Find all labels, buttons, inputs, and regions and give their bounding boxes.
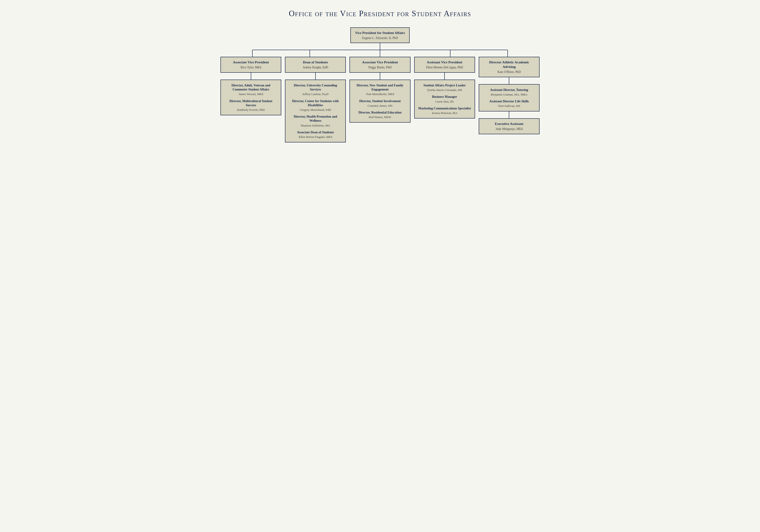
col1-entry2-title: Director, Multicultural Student Success — [224, 99, 277, 107]
col5-level3-title: Executive Assistant — [483, 121, 536, 126]
column-5: Director Athletic Academic Advising Kate… — [479, 57, 540, 142]
col4-level1-box: Assistant Vice President Ellen Meents-De… — [414, 57, 475, 73]
columns-row: Associate Vice President Rico Tyler, MEd… — [220, 57, 540, 142]
col5-v-connector2 — [509, 112, 509, 118]
top-level: Vice President for Student Affairs Eugen… — [220, 27, 540, 43]
col4-entry-1: Student Affairs Project Leader Tyneka Ha… — [418, 83, 471, 92]
col2-entry3-title: Director, Health Promotion and Wellness — [289, 115, 342, 123]
vp-box: Vice President for Student Affairs Eugen… — [350, 27, 410, 43]
col2-v-connector — [315, 73, 316, 79]
column-3: Associate Vice President Peggy Burke, Ph… — [350, 57, 410, 142]
col1-entry1-title: Director, Adult, Veteran and Commuter St… — [224, 83, 277, 92]
col2-level1-box: Dean of Students Ashley Knight, EdD — [285, 57, 346, 73]
col1-entry-1: Director, Adult, Veteran and Commuter St… — [224, 83, 277, 96]
col1-entry-2: Director, Multicultural Student Success … — [224, 99, 277, 112]
col4-level1-name: Ellen Meents-DeCaigny, PhD — [418, 66, 471, 70]
col2-entry4-name: Ellen Herion Fingado, MEd — [289, 135, 342, 139]
col2-entry-2: Director, Center for Students with Disab… — [289, 99, 342, 112]
col4-entry1-name: Tyneka Harris Coronado, MS — [418, 88, 471, 92]
col4-entry2-name: Carrie Don, BS — [418, 100, 471, 104]
col3-level2-box: Director, New Student and Family Engagem… — [350, 79, 410, 122]
col2-level1-name: Ashley Knight, EdD — [289, 66, 342, 70]
column-1: Associate Vice President Rico Tyler, MEd… — [220, 57, 281, 142]
col4-entry1-title: Student Affairs Project Leader — [418, 83, 471, 87]
col5-entry2-title: Assistant Director Life Skills — [483, 99, 536, 103]
col2-entry1-title: Director, University Counseling Services — [289, 83, 342, 92]
col3-entry2-name: Courntey James, MS — [354, 104, 406, 108]
col5-entry-2: Assistant Director Life Skills Terri Sul… — [483, 99, 536, 108]
col1-level1-title: Associate Vice President — [224, 60, 277, 65]
col3-entry1-title: Director, New Student and Family Engagem… — [354, 83, 406, 92]
col5-level1-title: Director Athletic Academic Advising — [483, 60, 536, 69]
col2-entry-3: Director, Health Promotion and Wellness … — [289, 115, 342, 127]
col4-entry2-title: Business Manager — [418, 95, 471, 99]
col3-entry1-name: Tom Menchhofer, MEd — [354, 92, 406, 96]
col4-entry-2: Business Manager Carrie Don, BS — [418, 95, 471, 103]
col5-entry-1: Assistant Director, Tutoring Benjamin Gu… — [483, 88, 536, 96]
column-4: Assistant Vice President Ellen Meents-De… — [414, 57, 475, 142]
col5-level1-name: Kate O'Brien, PhD — [483, 70, 536, 74]
connector-svg — [220, 43, 540, 57]
col2-entry4-title: Associate Dean of Students — [289, 130, 342, 134]
col5-entry2-name: Terri Sullivan, MS — [483, 104, 536, 108]
col1-entry2-name: Kimberly Everett, PhD — [224, 108, 277, 112]
col3-entry2-title: Director, Student Involvement — [354, 99, 406, 103]
col5-level3-name: Judy Melgarejo, MEd — [483, 127, 536, 131]
col3-entry3-title: Director, Residential Education — [354, 110, 406, 115]
col3-entry-2: Director, Student Involvement Courntey J… — [354, 99, 406, 108]
col1-level1-box: Associate Vice President Rico Tyler, MEd — [220, 57, 281, 73]
col3-level1-box: Associate Vice President Peggy Burke, Ph… — [350, 57, 410, 73]
org-chart: Office of the Vice President for Student… — [220, 9, 540, 142]
col5-entry1-title: Assistant Director, Tutoring — [483, 88, 536, 92]
col1-v-connector — [251, 73, 251, 79]
col1-level1-name: Rico Tyler, MEd — [224, 66, 277, 70]
col2-entry2-name: Gregory Moorehead, EdD — [289, 108, 342, 112]
col2-entry2-title: Director, Center for Students with Disab… — [289, 99, 342, 107]
col3-level1-title: Associate Vice President — [354, 60, 406, 65]
col2-level2-box: Director, University Counseling Services… — [285, 79, 346, 142]
page-title: Office of the Vice President for Student… — [220, 9, 540, 18]
column-2: Dean of Students Ashley Knight, EdD Dire… — [285, 57, 346, 142]
col3-entry-1: Director, New Student and Family Engagem… — [354, 83, 406, 96]
col3-level1-name: Peggy Burke, PhD — [354, 66, 406, 70]
col4-level1-title: Assistant Vice President — [418, 60, 471, 65]
col2-entry-4: Associate Dean of Students Ellen Herion … — [289, 130, 342, 139]
col5-v-connector — [509, 77, 509, 84]
vp-title: Vice President for Student Affairs — [355, 30, 405, 35]
col4-entry3-name: Jessica Peterson, MA — [418, 111, 471, 115]
col5-level2-box: Assistant Director, Tutoring Benjamin Gu… — [479, 84, 540, 112]
col2-level1-title: Dean of Students — [289, 60, 342, 65]
col4-level2-box: Student Affairs Project Leader Tyneka Ha… — [414, 79, 475, 119]
col1-level2-box: Director, Adult, Veteran and Commuter St… — [220, 79, 281, 115]
col2-entry-1: Director, University Counseling Services… — [289, 83, 342, 96]
col1-entry1-name: James Stewart, MEd — [224, 92, 277, 96]
col3-v-connector — [380, 73, 380, 79]
col2-entry3-name: Shannon Suffoletto, MA — [289, 123, 342, 127]
col5-entry1-name: Benjamin Gutman, MA, MBA — [483, 93, 536, 96]
col4-entry-3: Marketing Communications Specialist Jess… — [418, 106, 471, 115]
vp-connector — [220, 43, 540, 57]
col4-entry3-title: Marketing Communications Specialist — [418, 106, 471, 110]
col4-v-connector — [444, 73, 445, 79]
col5-level3-box: Executive Assistant Judy Melgarejo, MEd — [479, 118, 540, 134]
col2-entry1-name: Jeffrey Lanfear, PsyD — [289, 92, 342, 96]
col5-level1-box: Director Athletic Academic Advising Kate… — [479, 57, 540, 77]
vp-name: Eugene L. Zdziarski, II, PhD — [355, 36, 405, 40]
col3-entry3-name: Rod Waters, MSW — [354, 115, 406, 119]
col3-entry-3: Director, Residential Education Rod Wate… — [354, 110, 406, 119]
